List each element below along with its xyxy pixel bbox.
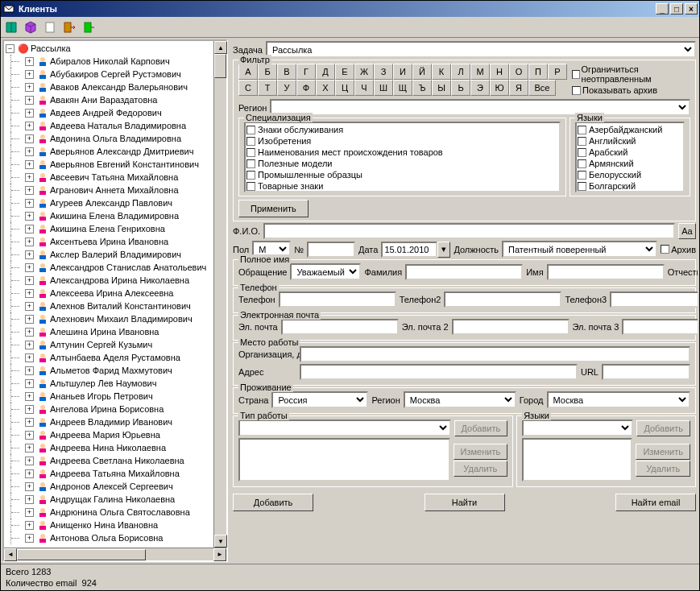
alpha-cell[interactable]: Н — [490, 64, 509, 80]
tree-item[interactable]: +Андрущак Галина Николаевна — [4, 493, 213, 506]
check-icon[interactable] — [578, 182, 586, 191]
tree-expander[interactable]: + — [25, 534, 34, 543]
addr-input[interactable] — [300, 364, 578, 380]
case-toggle-button[interactable]: Aa — [678, 223, 696, 239]
tree-expander[interactable]: + — [25, 212, 34, 221]
alpha-cell[interactable]: В — [277, 64, 296, 80]
worktype-edit-button[interactable]: Изменить — [454, 444, 508, 460]
list-option[interactable]: Азербайджанский — [578, 124, 682, 135]
check-icon[interactable] — [578, 159, 586, 168]
tree-expander[interactable]: + — [25, 96, 34, 105]
tree-item[interactable]: +Анищенко Нина Ивановна — [4, 519, 213, 531]
alpha-cell[interactable]: А — [238, 64, 258, 80]
position-select[interactable]: Патентный поверенный — [502, 241, 657, 258]
date-picker-button[interactable]: ▾ — [437, 242, 450, 258]
tree-expander[interactable]: + — [25, 328, 34, 337]
phone1-input[interactable] — [279, 291, 396, 308]
tree-item[interactable]: +Ананьев Игорь Петрович — [4, 390, 213, 403]
tree-item[interactable]: +Андреева Нина Николаевна — [4, 441, 213, 454]
tree-item[interactable]: +Авдеева Наталья Владимировна — [4, 119, 213, 132]
tree-expander[interactable]: + — [25, 444, 34, 453]
alpha-cell[interactable]: Щ — [393, 80, 412, 96]
check-icon[interactable] — [578, 137, 586, 146]
tree-item[interactable]: +Антонова Ольга Борисовна — [4, 531, 213, 544]
tree-expander[interactable]: + — [25, 379, 34, 388]
list-option[interactable]: Болгарский — [578, 180, 682, 192]
tree-item[interactable]: +Ангелова Ирина Борисовна — [4, 403, 213, 415]
tree-expander[interactable]: + — [25, 160, 34, 169]
specialization-list[interactable]: Знаки обслуживанияИзобретенияНаименовани… — [244, 122, 561, 192]
phone2-input[interactable] — [444, 291, 561, 308]
tree-expander[interactable]: + — [25, 186, 34, 195]
check-icon[interactable] — [578, 126, 586, 134]
worktype-add-button[interactable]: Добавить — [454, 420, 508, 436]
alpha-cell[interactable]: Я — [509, 80, 528, 96]
tree-expander[interactable]: + — [25, 250, 34, 259]
list-option[interactable]: Армянский — [578, 158, 682, 169]
tree-item[interactable]: +Альметов Фарид Махмутович — [4, 364, 213, 377]
list-option[interactable]: Изобретения — [246, 135, 558, 147]
alpha-cell[interactable]: Д — [316, 64, 335, 80]
find-button[interactable]: Найти — [425, 494, 505, 511]
check-icon[interactable] — [246, 182, 255, 191]
tree-hscroll[interactable]: ◄ ► — [4, 548, 226, 560]
tree-expander[interactable]: + — [25, 109, 34, 118]
alpha-cell[interactable]: О — [509, 64, 528, 80]
show-archive-checkbox[interactable]: Показывать архив — [572, 85, 690, 95]
tree-item[interactable]: +Андреева Мария Юрьевна — [4, 428, 213, 441]
add-button[interactable]: Добавить — [233, 494, 313, 511]
list-option[interactable]: Английский — [578, 135, 682, 147]
tree-item[interactable]: +Андреев Владимир Иванович — [4, 415, 213, 428]
scroll-right-button[interactable]: ► — [213, 548, 226, 561]
tree-item[interactable]: +Алешина Ирина Ивановна — [4, 325, 213, 338]
res-region-select[interactable]: Москва — [404, 391, 516, 408]
tree-expander[interactable]: + — [25, 83, 34, 92]
region-select[interactable] — [270, 99, 690, 116]
email1-input[interactable] — [281, 319, 399, 335]
tree-item[interactable]: +Акслер Валерий Владимирович — [4, 248, 213, 261]
alpha-cell[interactable]: Ю — [490, 80, 509, 96]
tree-item[interactable]: +Аваков Александр Валерьянович — [4, 81, 213, 93]
tree-item[interactable]: +Акишина Елена Генриховна — [4, 222, 213, 235]
tree-item[interactable]: +Агуреев Александр Павлович — [4, 196, 213, 209]
langs2-add-button[interactable]: Добавить — [636, 420, 690, 436]
client-tree[interactable]: −🔴Рассылка+Абиралов Николай Карпович+Абу… — [4, 41, 226, 548]
tree-expander[interactable]: + — [25, 122, 34, 130]
tree-expander[interactable]: + — [25, 147, 34, 156]
toolbar-page-icon[interactable] — [43, 20, 57, 35]
tree-expander[interactable]: + — [25, 457, 34, 465]
tree-expander[interactable]: + — [25, 289, 34, 298]
alpha-cell[interactable]: Ш — [374, 80, 393, 96]
tree-item[interactable]: +Андреева Светлана Николаевна — [4, 454, 213, 467]
list-option[interactable]: Знаки обслуживания — [246, 124, 558, 135]
country-select[interactable]: Россия — [271, 391, 368, 408]
check-icon[interactable] — [246, 137, 255, 146]
tree-item[interactable]: +Алехнович Михаил Владимирович — [4, 312, 213, 325]
list-option[interactable]: Белорусский — [578, 169, 682, 180]
worktype-del-button[interactable]: Удалить — [454, 461, 508, 477]
list-option[interactable]: Товарные знаки — [246, 180, 558, 192]
tree-expander[interactable]: + — [25, 482, 34, 491]
check-icon[interactable] — [578, 148, 586, 157]
tree-item[interactable]: +Аксентьева Ирина Ивановна — [4, 235, 213, 248]
tree-item[interactable]: +Алехнов Виталий Константинович — [4, 300, 213, 312]
alpha-cell[interactable]: Х — [316, 80, 335, 96]
minimize-button[interactable]: _ — [656, 3, 669, 14]
check-icon[interactable] — [246, 159, 255, 168]
tree-expander[interactable]: + — [25, 366, 34, 375]
tree-expander[interactable]: + — [25, 302, 34, 311]
tree-expander[interactable]: + — [25, 276, 34, 285]
tree-root-label[interactable]: Рассылка — [31, 43, 71, 53]
tree-expander[interactable]: + — [25, 134, 34, 143]
tree-item[interactable]: +Акишина Елена Владимировна — [4, 209, 213, 222]
tree-item[interactable]: +Аверьянов Евгений Константинович — [4, 158, 213, 171]
worktype-memo[interactable] — [238, 438, 450, 481]
date-input[interactable] — [381, 242, 437, 258]
tree-vscroll[interactable]: ▲ ▼ — [213, 41, 226, 548]
alpha-cell[interactable]: Ц — [335, 80, 354, 96]
tree-item[interactable]: +Алтынбаева Аделя Рустамовна — [4, 351, 213, 364]
langs2-del-button[interactable]: Удалить — [636, 461, 690, 477]
check-icon[interactable] — [246, 148, 255, 157]
salutation-select[interactable]: Уважаемый — [290, 263, 361, 280]
tree-item[interactable]: +Альтшулер Лев Наумович — [4, 377, 213, 390]
